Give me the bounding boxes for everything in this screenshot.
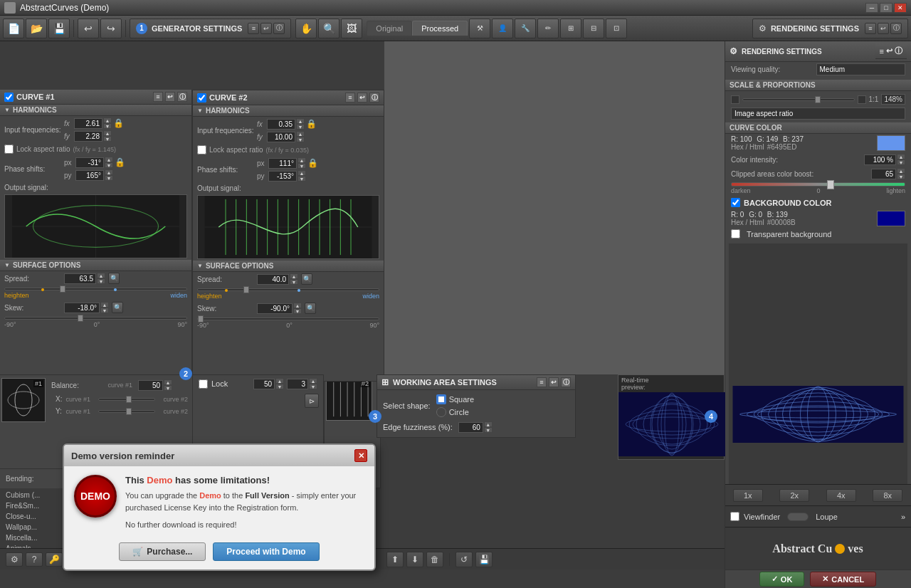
curve1-header[interactable]: CURVE #1 ≡ ↩ ⓘ: [0, 90, 191, 105]
rend-menu-btn[interactable]: ≡: [865, 23, 876, 34]
curve2-py-down[interactable]: ▼: [297, 176, 306, 182]
curve2-py-up[interactable]: ▲: [297, 170, 306, 176]
curve1-fy-down[interactable]: ▼: [103, 136, 112, 142]
curve2-info-icon[interactable]: ⓘ: [369, 93, 379, 103]
curve2-px-up[interactable]: ▲: [297, 157, 306, 163]
curve2-fy-down[interactable]: ▼: [296, 137, 305, 142]
lock-num1-up[interactable]: ▲: [275, 378, 284, 384]
rp-menu-icon[interactable]: ≡: [880, 47, 884, 56]
curve2-menu-icon[interactable]: ≡: [345, 93, 355, 103]
fuzz-up[interactable]: ▲: [484, 421, 493, 427]
gen-undo-btn[interactable]: ↩: [260, 23, 272, 34]
curve2-surface-header[interactable]: ▼ SURFACE OPTIONS: [193, 261, 384, 272]
curve1-px-down[interactable]: ▼: [105, 162, 113, 168]
gallery-item-fire[interactable]: Fire&Sm...: [0, 500, 70, 511]
curve2-skew-down[interactable]: ▼: [293, 308, 302, 314]
curve2-header[interactable]: CURVE #2 ≡ ↩ ⓘ: [193, 90, 384, 105]
minimize-button[interactable]: ─: [865, 3, 878, 13]
curve1-skew-input[interactable]: [64, 303, 100, 313]
scale-thumb[interactable]: [815, 96, 821, 103]
curve2-harmonics-header[interactable]: ▼ HARMONICS: [193, 105, 384, 117]
scale-1x[interactable]: 1x: [733, 489, 763, 502]
curve2-spread-thumb[interactable]: [243, 286, 249, 293]
curve2-spread-up[interactable]: ▲: [290, 273, 298, 279]
gen-menu-btn[interactable]: ≡: [248, 23, 259, 34]
curve1-info-icon[interactable]: ⓘ: [177, 92, 187, 102]
curve1-lock-checkbox[interactable]: [4, 145, 14, 154]
scale-2x[interactable]: 2x: [779, 489, 809, 502]
curve2-fx-up[interactable]: ▲: [296, 118, 305, 124]
curve1-fy-up[interactable]: ▲: [103, 130, 112, 136]
cb-btn3[interactable]: 🗑: [426, 552, 443, 567]
zoom-tool-button[interactable]: 🔍: [318, 19, 339, 38]
gallery-item-misc[interactable]: Miscella...: [0, 532, 70, 543]
save-button[interactable]: 💾: [48, 19, 70, 38]
scale-8x[interactable]: 8x: [873, 489, 902, 502]
cancel-button[interactable]: ✕ CANCEL: [810, 572, 876, 587]
tool-a[interactable]: ⚒: [469, 19, 490, 38]
curve2-spread-track[interactable]: [197, 288, 379, 291]
curve2-skew-thumb[interactable]: [198, 315, 204, 322]
maximize-button[interactable]: □: [880, 3, 892, 13]
curve1-px-input[interactable]: [75, 157, 104, 168]
color-intensity-up[interactable]: ▲: [897, 154, 905, 159]
tab-processed[interactable]: Processed: [412, 21, 468, 36]
curve1-py-up[interactable]: ▲: [105, 169, 113, 175]
color-intensity-input[interactable]: [864, 154, 896, 165]
wa-info-icon[interactable]: ⓘ: [561, 377, 571, 387]
transparent-bg-checkbox[interactable]: [731, 229, 740, 238]
image-tool-button[interactable]: 🖼: [341, 19, 362, 38]
ok-button[interactable]: ✓ OK: [759, 572, 805, 587]
new-button[interactable]: 📄: [3, 19, 24, 38]
tool-d[interactable]: ✏: [537, 19, 559, 38]
gallery-item-cubism[interactable]: Cubism (...: [0, 490, 70, 500]
tool-b[interactable]: 👤: [492, 19, 513, 38]
lock-num2-input[interactable]: [287, 379, 308, 389]
curve2-checkbox[interactable]: [197, 93, 206, 103]
curve2-px-input[interactable]: [268, 158, 297, 169]
balance-val-input[interactable]: [138, 380, 163, 391]
curve1-fx-input[interactable]: [74, 118, 102, 129]
curve1-py-down[interactable]: ▼: [105, 175, 113, 181]
curve1-spread-track[interactable]: [4, 288, 187, 290]
fuzz-input[interactable]: [458, 422, 483, 433]
curve1-skew-zoom[interactable]: 🔍: [112, 302, 123, 313]
gallery-item-closeup[interactable]: Close-u...: [0, 511, 70, 522]
curve1-spread-input[interactable]: [64, 273, 96, 284]
balance-y-thumb[interactable]: [126, 408, 132, 415]
vf-toggle[interactable]: [787, 513, 809, 521]
curve2-fy-up[interactable]: ▲: [296, 131, 305, 137]
cb-btn2[interactable]: ⬇: [406, 552, 423, 567]
close-button[interactable]: ✕: [894, 3, 907, 13]
undo-button[interactable]: ↩: [78, 19, 99, 38]
cb-btn5[interactable]: 💾: [475, 552, 493, 567]
curve2-fx-down[interactable]: ▼: [296, 124, 305, 130]
curve2-fy-input[interactable]: [267, 132, 295, 142]
hand-tool-button[interactable]: ✋: [295, 19, 317, 38]
curve2-spread-input[interactable]: [257, 274, 289, 285]
curve-color-box[interactable]: [877, 135, 905, 151]
key-btn[interactable]: 🔑: [46, 552, 63, 567]
tool-g[interactable]: ⊡: [606, 19, 627, 38]
curve2-skew-track[interactable]: [197, 317, 379, 320]
rend-info-btn[interactable]: ⓘ: [890, 23, 902, 34]
scale-track[interactable]: [742, 98, 855, 101]
curve1-spread-down[interactable]: ▼: [97, 278, 105, 284]
curve1-harmonics-header[interactable]: ▼ HARMONICS: [0, 105, 191, 116]
tool-f[interactable]: ⊟: [583, 19, 604, 38]
balance-val-down[interactable]: ▼: [164, 385, 172, 391]
curve1-fx-up[interactable]: ▲: [103, 117, 112, 123]
curve2-spread-down[interactable]: ▼: [290, 279, 298, 285]
viewing-quality-select[interactable]: Medium High Low: [816, 63, 906, 75]
modal-close-button[interactable]: ✕: [354, 449, 367, 462]
cb-btn1[interactable]: ⬆: [386, 552, 404, 567]
curve2-spread-zoom[interactable]: 🔍: [301, 273, 312, 285]
open-button[interactable]: 📂: [26, 19, 47, 38]
curve2-skew-up[interactable]: ▲: [293, 303, 302, 308]
curve2-py-input[interactable]: [268, 171, 297, 182]
fuzz-down[interactable]: ▼: [484, 427, 493, 433]
curve1-fy-input[interactable]: [74, 131, 102, 142]
curve1-py-input[interactable]: [75, 170, 104, 181]
clipped-slider-thumb[interactable]: [827, 180, 834, 189]
tool-c[interactable]: 🔧: [515, 19, 536, 38]
